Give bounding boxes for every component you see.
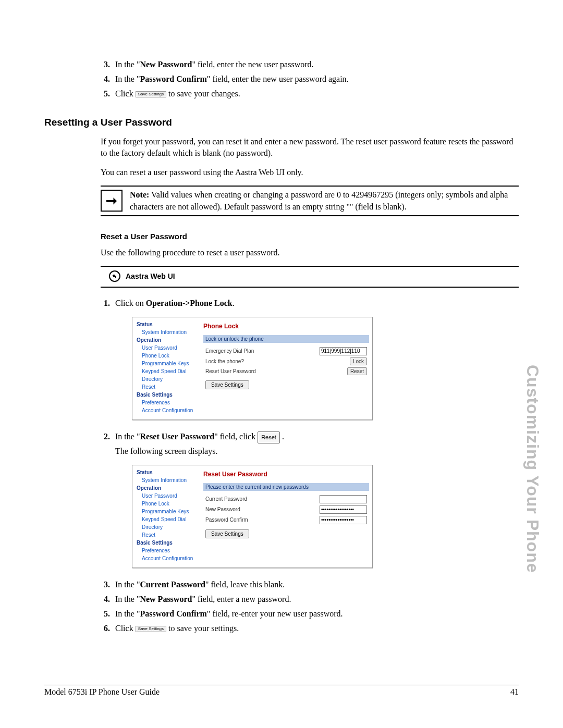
shot2-nav: Status System Information Operation User… bbox=[132, 465, 200, 567]
step-3: In the "New Password" field, enter the n… bbox=[112, 57, 519, 72]
footer-left: Model 6753i IP Phone User Guide bbox=[44, 687, 160, 697]
reset-step-2-list: In the "Reset User Password" field, clic… bbox=[101, 429, 519, 459]
save-settings-button-inline: Save Settings bbox=[136, 91, 166, 97]
step-4: In the "Password Confirm" field, enter t… bbox=[112, 72, 519, 87]
section-heading: Resetting a User Password bbox=[44, 117, 519, 128]
bottom-step-6: Click Save Settings to save your setting… bbox=[112, 621, 519, 636]
current-password-input[interactable] bbox=[320, 495, 367, 503]
page-footer: Model 6753i IP Phone User Guide 41 bbox=[44, 681, 519, 697]
bottom-step-4: In the "New Password" field, enter a new… bbox=[112, 592, 519, 607]
shot1-main: Phone Lock Lock or unlock the phone Emer… bbox=[200, 317, 372, 419]
step-5: Click Save Settings to save your changes… bbox=[112, 87, 519, 101]
reset-steps-start: Click on Operation->Phone Lock. bbox=[101, 296, 519, 311]
bottom-step-5: In the "Password Confirm" field, re-ente… bbox=[112, 607, 519, 621]
webui-divider: Aastra Web UI bbox=[101, 266, 519, 288]
globe-icon bbox=[109, 270, 120, 282]
sub-intro: Use the following procedure to reset a u… bbox=[101, 247, 519, 258]
bottom-step-3: In the "Current Password" field, leave t… bbox=[112, 577, 519, 592]
top-steps-list: In the "New Password" field, enter the n… bbox=[101, 57, 519, 101]
reset-button[interactable]: Reset bbox=[347, 367, 367, 375]
paragraph-2: You can reset a user password using the … bbox=[101, 167, 519, 178]
bottom-steps-list: In the "Current Password" field, leave t… bbox=[101, 577, 519, 636]
lock-button[interactable]: Lock bbox=[350, 357, 367, 365]
reset-step-2: In the "Reset User Password" field, clic… bbox=[112, 429, 519, 459]
shot1-save-button[interactable]: Save Settings bbox=[205, 380, 249, 389]
confirm-password-input[interactable] bbox=[320, 516, 367, 524]
emergency-dial-input[interactable] bbox=[320, 347, 367, 355]
shot2-main: Reset User Password Please enter the cur… bbox=[200, 465, 372, 567]
reset-step-1: Click on Operation->Phone Lock. bbox=[112, 296, 519, 311]
footer-page-number: 41 bbox=[510, 687, 519, 697]
inline-reset-button: Reset bbox=[258, 431, 280, 443]
screenshot-reset-password: Status System Information Operation User… bbox=[132, 465, 373, 568]
paragraph-1: If you forget your password, you can res… bbox=[101, 136, 519, 159]
screenshot-phone-lock: Status System Information Operation User… bbox=[132, 317, 373, 420]
shot1-nav: Status System Information Operation User… bbox=[132, 317, 200, 419]
note-block: ➞ Note: Valid values when creating or ch… bbox=[101, 186, 519, 216]
chapter-sidelabel: Customizing Your Phone bbox=[523, 365, 542, 573]
shot2-save-button[interactable]: Save Settings bbox=[205, 529, 249, 538]
new-password-input[interactable] bbox=[320, 505, 367, 514]
save-settings-button-inline-2: Save Settings bbox=[136, 626, 166, 632]
subheading: Reset a User Password bbox=[101, 232, 519, 241]
arrow-right-icon: ➞ bbox=[101, 190, 123, 212]
